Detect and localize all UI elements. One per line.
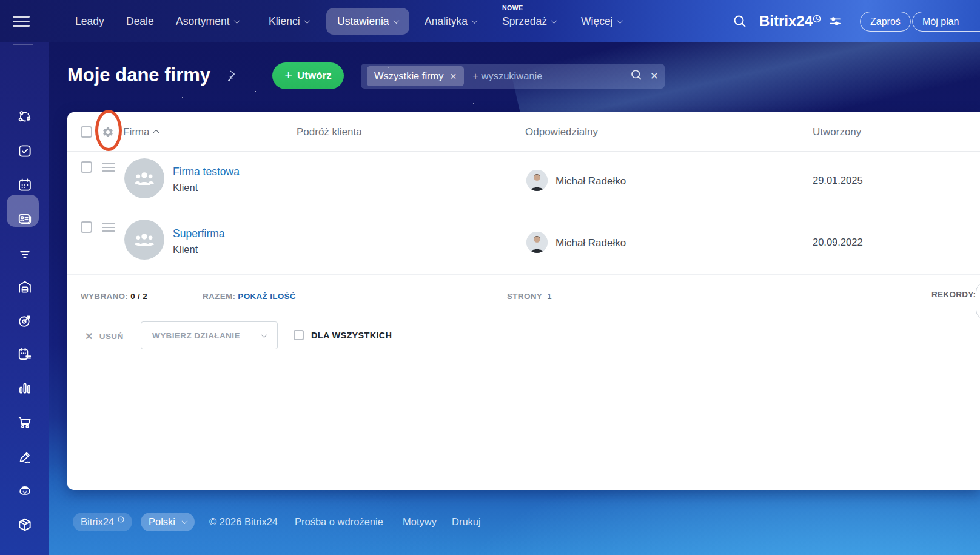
chevron-down-icon bbox=[393, 18, 399, 24]
table-header-row: Firma Podróż klienta Odpowiedzialny Utwo… bbox=[67, 112, 980, 152]
company-link[interactable]: Firma testowa bbox=[173, 166, 240, 178]
bitrix24-logo[interactable]: Bitrix24 bbox=[759, 0, 813, 42]
created-date: 20.09.2022 bbox=[813, 237, 863, 248]
grid-settings-gear-icon[interactable] bbox=[102, 126, 114, 141]
table-footer: WYBRANO: 0 / 2 RAZEM: POKAŻ ILOŚĆ STRONY… bbox=[67, 275, 980, 320]
company-type-label: Klient bbox=[173, 244, 198, 255]
column-header-firma[interactable]: Firma bbox=[123, 112, 158, 152]
for-all-label: DLA WSZYSTKICH bbox=[311, 331, 392, 340]
company-link[interactable]: Superfirma bbox=[173, 227, 225, 240]
sidebar-item-planner-icon[interactable] bbox=[17, 346, 33, 362]
language-selector[interactable]: Polski bbox=[141, 513, 195, 531]
themes-link[interactable]: Motywy bbox=[403, 516, 437, 528]
choose-action-dropdown[interactable]: WYBIERZ DZIAŁANIE bbox=[141, 321, 278, 349]
responsible-avatar bbox=[526, 170, 548, 191]
sidebar-item-shop-cart-icon[interactable] bbox=[17, 414, 33, 430]
plus-icon: + bbox=[284, 67, 292, 83]
search-input[interactable]: + wyszukiwanie bbox=[472, 70, 629, 82]
copyright-text: © 2026 Bitrix24 bbox=[209, 516, 278, 528]
chevron-down-icon bbox=[304, 18, 310, 24]
chevron-down-icon bbox=[233, 18, 240, 24]
bottom-footer-bar: Bitrix24 Polski © 2026 Bitrix24 Prośba o… bbox=[0, 512, 980, 531]
sidebar-item-crm-funnel-icon[interactable] bbox=[17, 246, 33, 261]
sidebar-item-ai-robot-icon[interactable] bbox=[17, 482, 33, 498]
delete-x-icon: ✕ bbox=[85, 331, 93, 342]
filter-clear-icon[interactable]: ✕ bbox=[650, 70, 659, 82]
sidebar-item-crm-contacts-icon[interactable] bbox=[17, 211, 33, 227]
pages-indicator: STRONY 1 bbox=[507, 292, 552, 301]
delete-button[interactable]: ✕ USUŃ bbox=[85, 331, 124, 342]
sidebar-item-market-box-icon[interactable] bbox=[17, 517, 33, 533]
nav-item-ustawienia-active[interactable]: Ustawienia bbox=[326, 8, 409, 35]
sort-asc-icon bbox=[153, 130, 159, 136]
company-type-label: Klient bbox=[173, 182, 198, 193]
clock-icon bbox=[813, 15, 821, 25]
company-avatar bbox=[124, 158, 164, 198]
created-date: 29.01.2025 bbox=[813, 175, 863, 186]
records-label: REKORDY: bbox=[931, 290, 976, 299]
filter-preset-chip[interactable]: Wszystkie firmy ✕ bbox=[367, 66, 464, 86]
print-link[interactable]: Drukuj bbox=[452, 516, 481, 528]
chevron-down-icon bbox=[472, 18, 478, 24]
top-navigation-bar: Leady Deale Asortyment Klienci Ustawieni… bbox=[0, 0, 980, 42]
chevron-down-icon bbox=[617, 18, 623, 24]
sidebar-item-collab-icon[interactable] bbox=[17, 109, 33, 125]
records-per-page-dropdown[interactable] bbox=[976, 282, 980, 320]
sidebar-item-esign-pen-icon[interactable] bbox=[17, 449, 33, 465]
select-all-checkbox[interactable] bbox=[81, 126, 92, 138]
nav-item-klienci[interactable]: Klienci bbox=[269, 0, 309, 42]
footer-bitrix-pill[interactable]: Bitrix24 bbox=[73, 513, 132, 531]
table-row: Superfirma Klient Michał Radełko 20.09.2… bbox=[67, 209, 980, 275]
table-row: Firma testowa Klient Michał Radełko 29.0… bbox=[67, 152, 980, 209]
responsible-name: Michał Radełko bbox=[555, 175, 626, 187]
nav-item-deale[interactable]: Deale bbox=[126, 0, 154, 42]
nav-item-leady[interactable]: Leady bbox=[75, 0, 104, 42]
nav-item-asortyment[interactable]: Asortyment bbox=[176, 0, 239, 42]
nav-item-sprzedaz[interactable]: Sprzedaż bbox=[502, 0, 556, 42]
invite-button[interactable]: Zaproś bbox=[860, 12, 911, 32]
drag-handle-icon[interactable] bbox=[102, 163, 115, 175]
filter-search-bar[interactable]: Wszystkie firmy ✕ + wyszukiwanie ✕ bbox=[361, 64, 665, 89]
left-sidebar bbox=[0, 42, 49, 555]
my-plan-button[interactable]: Mój plan bbox=[912, 12, 980, 32]
company-avatar bbox=[124, 220, 164, 260]
column-header-podroz-klienta[interactable]: Podróż klienta bbox=[297, 112, 362, 152]
chip-close-icon[interactable]: ✕ bbox=[450, 72, 457, 81]
sidebar-item-analytics-chart-icon[interactable] bbox=[17, 380, 33, 396]
sidebar-item-marketing-target-icon[interactable] bbox=[17, 313, 33, 329]
row-checkbox[interactable] bbox=[81, 161, 92, 173]
action-bar-divider bbox=[67, 320, 980, 320]
chevron-down-icon bbox=[261, 332, 267, 338]
sidebar-divider bbox=[13, 44, 33, 45]
chevron-down-icon bbox=[551, 18, 557, 24]
sidebar-item-tasks-icon[interactable] bbox=[17, 143, 33, 159]
nav-item-analityka[interactable]: Analityka bbox=[425, 0, 477, 42]
for-all-checkbox[interactable] bbox=[294, 330, 304, 340]
search-icon[interactable] bbox=[733, 14, 747, 31]
column-header-odpowiedzialny[interactable]: Odpowiedzialny bbox=[525, 112, 598, 152]
pin-favorite-icon[interactable] bbox=[223, 69, 237, 85]
row-checkbox[interactable] bbox=[81, 221, 92, 233]
hamburger-menu-icon[interactable] bbox=[13, 16, 30, 30]
sidebar-item-calendar-icon[interactable] bbox=[17, 177, 33, 193]
clock-icon bbox=[118, 516, 124, 523]
implementation-request-link[interactable]: Prośba o wdrożenie bbox=[295, 516, 383, 528]
filter-search-icon[interactable] bbox=[630, 69, 643, 84]
sidebar-item-warehouse-icon[interactable] bbox=[17, 279, 33, 295]
page-title: Moje dane firmy bbox=[67, 64, 210, 86]
nav-item-wiecej[interactable]: Więcej bbox=[581, 0, 622, 42]
column-header-utworzony[interactable]: Utworzony bbox=[813, 112, 861, 152]
companies-grid-card: Firma Podróż klienta Odpowiedzialny Utwo… bbox=[67, 112, 980, 490]
create-button[interactable]: + Utwórz bbox=[272, 62, 344, 89]
responsible-avatar bbox=[526, 232, 548, 253]
chevron-down-icon bbox=[182, 518, 188, 524]
selected-counter: WYBRANO: 0 / 2 bbox=[81, 292, 147, 301]
total-counter: RAZEM: POKAŻ ILOŚĆ bbox=[203, 292, 296, 301]
responsible-name: Michał Radełko bbox=[555, 237, 626, 249]
drag-handle-icon[interactable] bbox=[102, 223, 115, 235]
show-count-link[interactable]: POKAŻ ILOŚĆ bbox=[238, 292, 296, 301]
for-all-control: DLA WSZYSTKICH bbox=[294, 330, 392, 340]
sliders-settings-icon[interactable] bbox=[828, 16, 842, 29]
